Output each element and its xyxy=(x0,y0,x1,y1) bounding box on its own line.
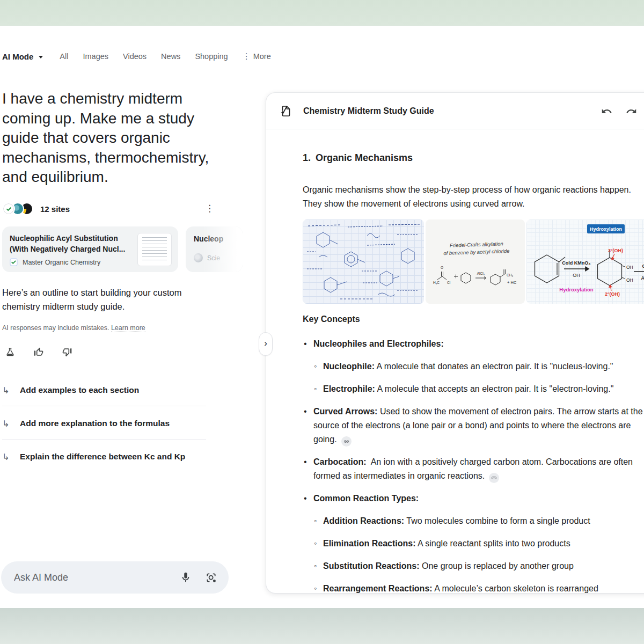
bullet-text: source of the electrons (a lone pair or … xyxy=(303,419,644,433)
tab-all[interactable]: All xyxy=(60,52,68,61)
bullet-text: An ion with a positively charged carbon … xyxy=(371,457,633,466)
ask-input[interactable] xyxy=(14,572,179,583)
bullet-text: A molecule that donates an electron pair… xyxy=(377,362,613,371)
card-fade-overlay xyxy=(186,226,243,272)
bullet-label: Elimination Reactions: xyxy=(323,539,415,548)
bullet-text: One group is replaced by another group xyxy=(422,561,574,570)
answer-actions xyxy=(4,346,73,358)
formula-ch3: CH₃ xyxy=(507,273,513,277)
list-item: Nucleophile: A molecule that donates an … xyxy=(303,360,644,374)
bullet-label: Rearrangement Reactions: xyxy=(323,584,433,593)
intro-line: They show the movement of electrons usin… xyxy=(303,197,644,211)
study-guide-content: 1.Organic Mechanisms Organic mechanisms … xyxy=(266,151,644,594)
study-guide-panel: Chemistry Midterm Study Guide 1.Organic … xyxy=(266,92,644,594)
oxidant-cro3: CrO₃ xyxy=(642,264,644,269)
learn-more-link[interactable]: Learn more xyxy=(111,324,145,332)
bullet-text: A single reactant splits into two produc… xyxy=(418,539,570,548)
document-sparkle-icon xyxy=(280,105,292,118)
ai-disclaimer: AI responses may include mistakes. Learn… xyxy=(2,324,145,332)
tab-ai-mode[interactable]: AI Mode xyxy=(2,52,43,61)
ask-ai-mode-bar xyxy=(1,561,229,594)
list-item: Carbocation: An ion with a positively ch… xyxy=(303,455,644,483)
redo-icon[interactable] xyxy=(626,106,638,118)
bullet-text: Two molecules combine to form a single p… xyxy=(406,516,590,525)
citation-link-icon[interactable] xyxy=(489,473,499,483)
tertiary-oh-label: 3°(OH) xyxy=(608,248,623,253)
bullet-label: Carbocation: xyxy=(313,457,367,466)
friedel-crafts-image[interactable]: Friedel-Crafts alkylation of benzene by … xyxy=(426,219,525,304)
thumbs-down-icon[interactable] xyxy=(61,346,73,358)
bullet-label: Nucleophile: xyxy=(323,362,375,371)
suggestion-arrow-icon: ↳ xyxy=(2,419,12,429)
study-guide-header: Chemistry Midterm Study Guide xyxy=(266,93,644,129)
list-item: Addition Reactions: Two molecules combin… xyxy=(303,514,644,528)
suggestion-label: Add examples to each section xyxy=(20,385,139,395)
source-card-nucleophilic[interactable]: Nucleophilic Acyl Substitution (With Neg… xyxy=(2,226,178,272)
user-query-text: I have a chemistry midterm coming up. Ma… xyxy=(2,89,218,187)
thumbs-up-icon[interactable] xyxy=(33,346,45,358)
list-item: Curved Arrows: Used to show the movement… xyxy=(303,405,644,447)
more-kebab-icon: ⋮ xyxy=(243,52,251,61)
tab-images[interactable]: Images xyxy=(83,52,108,61)
product-oh-bottom: OH xyxy=(626,277,633,283)
bullet-label: Substitution Reactions: xyxy=(323,561,420,570)
answer-menu-kebab-icon[interactable]: ⋮ xyxy=(205,203,214,214)
tab-news[interactable]: News xyxy=(161,52,180,61)
source-name: Master Organic Chemistry xyxy=(23,259,100,266)
suggestion-label: Add more explanation to the formulas xyxy=(20,419,170,428)
answer-intro-text: Here’s an outline to start building your… xyxy=(2,286,207,313)
reagent-oh: OH xyxy=(573,273,580,278)
bullet-label: Curved Arrows: xyxy=(313,407,377,416)
source-thumbnail xyxy=(137,233,172,266)
list-item: Nucleophiles and Electrophiles: xyxy=(303,337,644,351)
formula-cl: Cl xyxy=(447,281,451,284)
hydroxylation-badge: Hydroxylation xyxy=(590,226,622,232)
google-lens-icon[interactable] xyxy=(204,570,218,584)
chevron-right-icon: › xyxy=(264,338,267,349)
microphone-icon[interactable] xyxy=(179,570,193,584)
chevron-down-icon xyxy=(39,56,43,58)
more-label: More xyxy=(253,52,271,61)
formula-plus-hcl: + HC xyxy=(507,280,517,285)
image-caption-line2: of benzene by acetyl chloride xyxy=(443,248,509,256)
bullet-label: Nucleophiles and Electrophiles: xyxy=(313,339,444,348)
section-number: 1. xyxy=(303,152,311,163)
tab-more[interactable]: ⋮ More xyxy=(243,52,271,61)
study-guide-title: Chemistry Midterm Study Guide xyxy=(303,106,434,116)
suggestion-arrow-icon: ↳ xyxy=(2,452,12,462)
suggestion-more-explanation[interactable]: ↳ Add more explanation to the formulas xyxy=(2,415,209,431)
image-caption-line1: Friedel-Crafts alkylation xyxy=(450,240,503,248)
source-card-title-line2: (With Negatively Charged Nucl... xyxy=(10,244,133,254)
hydroxylation-image[interactable]: Hydroxylation xyxy=(526,219,644,304)
formula-h3c: H₃C xyxy=(433,281,440,284)
labs-flask-icon[interactable] xyxy=(4,346,16,358)
list-item: Electrophile: A molecule that accepts an… xyxy=(303,382,644,396)
bullet-text: going. xyxy=(313,435,337,444)
ai-mode-label: AI Mode xyxy=(2,52,33,61)
sites-count-label: 12 sites xyxy=(40,204,70,214)
product-oh-top: OH xyxy=(626,265,633,270)
formula-alcl3: AlCl₃ xyxy=(477,272,485,275)
source-card-meta: Nucleophilic Acyl Substitution (With Neg… xyxy=(10,233,133,266)
source-card-source: Master Organic Chemistry xyxy=(10,258,133,266)
tab-videos[interactable]: Videos xyxy=(123,52,147,61)
hydroxylation-label-magenta: Hydroxylation xyxy=(559,287,594,292)
list-item: Elimination Reactions: A single reactant… xyxy=(303,537,644,551)
undo-icon[interactable] xyxy=(601,106,613,118)
disclaimer-text: AI responses may include mistakes. xyxy=(2,324,109,332)
tab-shopping[interactable]: Shopping xyxy=(195,52,228,61)
source-card-partial[interactable]: Nucleop Scie xyxy=(186,226,243,272)
site-favicon-check xyxy=(2,202,15,215)
divider xyxy=(2,406,206,406)
intro-line: Organic mechanisms show the step-by-step… xyxy=(303,183,644,197)
suggestion-add-examples[interactable]: ↳ Add examples to each section xyxy=(2,382,209,398)
citation-link-icon[interactable] xyxy=(341,436,352,447)
suggestion-kc-kp[interactable]: ↳ Explain the difference between Kc and … xyxy=(2,449,209,465)
formula-o: O xyxy=(441,266,443,269)
sources-summary[interactable]: 12 sites xyxy=(2,202,70,215)
bullet-text: A molecule that accepts an electron pair… xyxy=(377,384,613,393)
chemistry-notes-image[interactable] xyxy=(303,219,424,304)
bullet-label: Electrophile: xyxy=(323,384,375,393)
list-item: Rearrangement Reactions: A molecule’s ca… xyxy=(303,582,644,594)
panel-collapse-button[interactable]: › xyxy=(259,332,273,356)
